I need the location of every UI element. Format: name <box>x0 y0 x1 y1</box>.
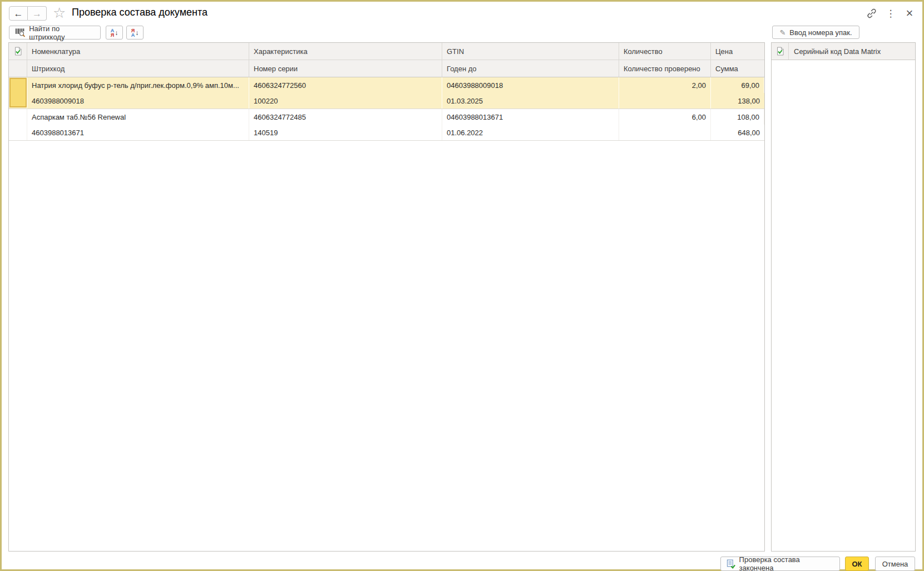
sort-ascending-icon: А Я ↓ <box>111 28 118 37</box>
ok-button[interactable]: ОК <box>845 557 869 571</box>
cell-sum[interactable]: 138,00 <box>711 93 764 109</box>
cell-nomenclature[interactable]: Натрия хлорид буфус р-тель д/приг.лек.фо… <box>27 77 249 93</box>
back-button[interactable]: ← <box>9 6 28 21</box>
cell-gtin[interactable]: 04603988013671 <box>442 109 619 125</box>
table-row-group: Аспаркам таб.№56 Renewal 4606324772485 0… <box>9 109 764 141</box>
back-icon: ← <box>14 9 23 18</box>
checked-column-header-sub[interactable] <box>9 60 27 77</box>
pencil-icon: ✎ <box>779 28 785 37</box>
cancel-label: Отмена <box>882 560 908 568</box>
forward-icon: → <box>32 9 42 18</box>
cell-barcode[interactable]: 4603988009018 <box>27 93 249 109</box>
row-check-cell[interactable] <box>9 109 27 140</box>
close-icon: × <box>906 6 913 21</box>
serial-codes-header-label[interactable]: Серийный код Data Matrix <box>789 47 886 56</box>
cell-quantity-checked[interactable] <box>619 125 711 140</box>
header-series[interactable]: Номер серии <box>249 60 442 77</box>
cell-sum[interactable]: 648,00 <box>711 125 764 140</box>
items-table: Номенклатура Характеристика GTIN Количес… <box>8 42 765 552</box>
cell-series[interactable]: 140519 <box>249 125 442 140</box>
star-icon: ☆ <box>53 4 66 21</box>
check-done-label: Проверка состава закончена <box>739 555 834 571</box>
cell-price[interactable]: 108,00 <box>711 109 764 125</box>
cell-valid-until[interactable]: 01.03.2025 <box>442 93 619 109</box>
page-title: Проверка состава документа <box>72 7 207 18</box>
cell-quantity-checked[interactable] <box>619 93 711 109</box>
cell-characteristic[interactable]: 4606324772560 <box>249 77 442 93</box>
header-nomenclature[interactable]: Номенклатура <box>27 43 249 60</box>
checked-doc-icon <box>776 47 784 56</box>
favorite-star-button[interactable]: ☆ <box>53 4 66 22</box>
check-done-button[interactable]: Проверка состава закончена <box>720 557 840 571</box>
get-link-button[interactable] <box>865 7 878 20</box>
serial-checked-column-header[interactable] <box>772 43 789 60</box>
serial-codes-panel: Серийный код Data Matrix <box>771 42 916 552</box>
enter-package-number-button[interactable]: ✎ Ввод номера упак. <box>772 26 859 39</box>
row-check-cell[interactable] <box>9 77 27 109</box>
header-characteristic[interactable]: Характеристика <box>249 43 442 60</box>
find-by-barcode-button[interactable]: Найти по штрихкоду <box>9 26 101 40</box>
cell-characteristic[interactable]: 4606324772485 <box>249 109 442 125</box>
header-sum[interactable]: Сумма <box>711 60 764 77</box>
cell-nomenclature[interactable]: Аспаркам таб.№56 Renewal <box>27 109 249 125</box>
sort-ascending-button[interactable]: А Я ↓ <box>106 26 123 40</box>
cell-gtin[interactable]: 04603988009018 <box>442 77 619 93</box>
more-icon: ⋮ <box>886 8 896 19</box>
header-gtin[interactable]: GTIN <box>442 43 619 60</box>
find-by-barcode-label: Найти по штрихкоду <box>29 24 95 41</box>
cell-valid-until[interactable]: 01.06.2022 <box>442 125 619 140</box>
header-quantity-checked[interactable]: Количество проверено <box>619 60 711 77</box>
table-header-row-2: Штрихкод Номер серии Годен до Количество… <box>9 60 764 77</box>
checked-column-header[interactable] <box>9 43 27 60</box>
table-header-row-1: Номенклатура Характеристика GTIN Количес… <box>9 43 764 60</box>
serial-codes-header: Серийный код Data Matrix <box>772 43 915 60</box>
forward-button[interactable]: → <box>28 6 47 21</box>
cell-barcode[interactable]: 4603988013671 <box>27 125 249 140</box>
header-price[interactable]: Цена <box>711 43 764 60</box>
link-icon <box>866 8 877 19</box>
dialog-window: ← → ☆ Проверка состава документа ⋮ × <box>0 0 924 571</box>
checked-doc-icon <box>14 47 22 56</box>
nav-history-group: ← → <box>9 6 47 21</box>
cell-series[interactable]: 100220 <box>249 93 442 109</box>
current-cell-marker <box>9 78 27 107</box>
window-controls: ⋮ × <box>865 7 916 20</box>
cell-quantity[interactable]: 2,00 <box>619 77 711 93</box>
more-menu-button[interactable]: ⋮ <box>884 7 897 20</box>
title-bar: ← → ☆ Проверка состава документа ⋮ × <box>3 3 921 24</box>
enter-package-number-label: Ввод номера упак. <box>789 28 852 37</box>
header-valid-until[interactable]: Годен до <box>442 60 619 77</box>
check-done-icon <box>727 559 735 569</box>
sort-descending-icon: Я А ↓ <box>131 28 139 37</box>
header-barcode[interactable]: Штрихкод <box>27 60 249 77</box>
cancel-button[interactable]: Отмена <box>875 557 915 571</box>
ok-label: ОК <box>852 560 862 568</box>
close-button[interactable]: × <box>903 7 916 20</box>
table-row-group-selected: Натрия хлорид буфус р-тель д/приг.лек.фо… <box>9 77 764 109</box>
cell-quantity[interactable]: 6,00 <box>619 109 711 125</box>
sort-descending-button[interactable]: Я А ↓ <box>126 26 144 40</box>
cell-price[interactable]: 69,00 <box>711 77 764 93</box>
header-quantity[interactable]: Количество <box>619 43 711 60</box>
barcode-search-icon <box>15 28 25 37</box>
